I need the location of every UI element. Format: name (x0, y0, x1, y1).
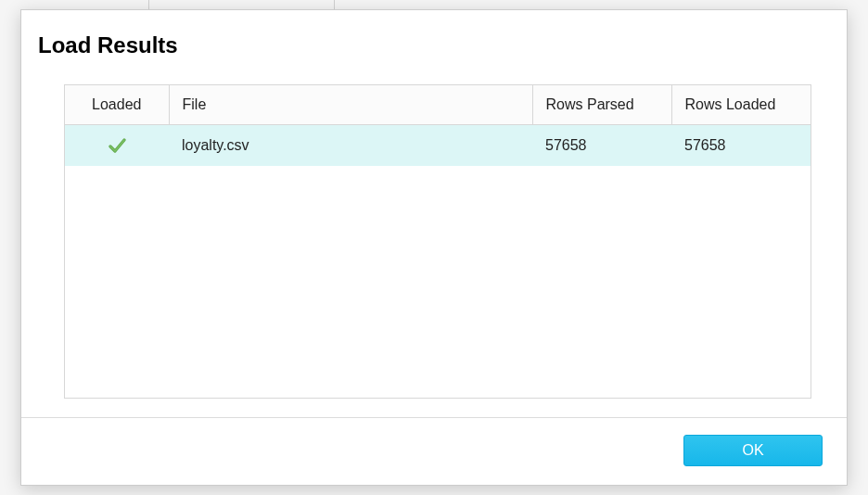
dialog-title: Load Results (38, 32, 811, 58)
results-table: Loaded File Rows Parsed Rows Loaded (65, 85, 811, 166)
load-results-dialog: Load Results Loaded File Rows Parsed Row… (20, 9, 848, 486)
cell-loaded-status (65, 125, 169, 167)
cell-rows-loaded: 57658 (671, 125, 811, 167)
ok-button[interactable]: OK (683, 435, 823, 466)
cell-rows-parsed: 57658 (532, 125, 671, 167)
results-table-container: Loaded File Rows Parsed Rows Loaded (64, 84, 811, 399)
column-header-file: File (169, 85, 532, 125)
table-row: loyalty.csv 57658 57658 (65, 125, 811, 167)
dialog-body: Load Results Loaded File Rows Parsed Row… (21, 10, 847, 417)
column-header-rows-loaded: Rows Loaded (671, 85, 811, 125)
cell-file: loyalty.csv (169, 125, 532, 167)
column-header-rows-parsed: Rows Parsed (532, 85, 671, 125)
dialog-footer: OK (21, 417, 847, 485)
table-header-row: Loaded File Rows Parsed Rows Loaded (65, 85, 811, 125)
column-header-loaded: Loaded (65, 85, 169, 125)
checkmark-icon (108, 136, 126, 152)
